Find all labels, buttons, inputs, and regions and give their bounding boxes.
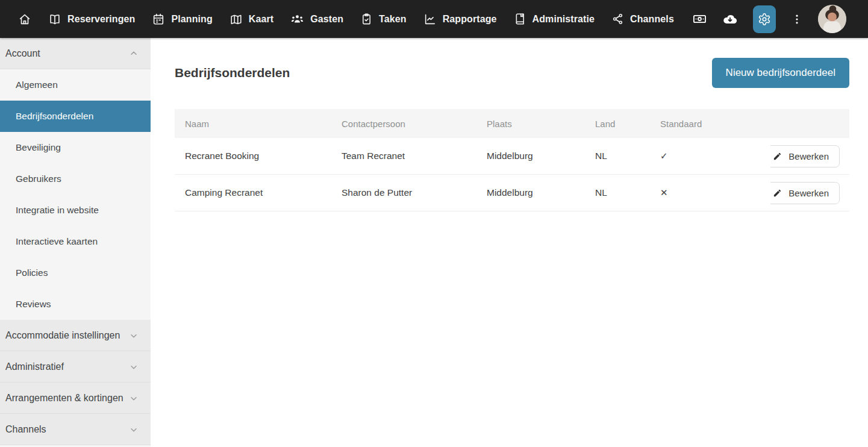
check-icon: ✓ [660,151,668,161]
book-open-icon [48,13,61,26]
nav-planning[interactable]: Planning [152,13,212,26]
cell-actions: Bewerken [770,145,849,167]
new-bedrijfsonderdeel-button[interactable]: Nieuw bedrijfsonderdeel [712,58,849,88]
pencil-icon [773,152,782,161]
cell-naam: Camping Recranet [175,187,331,198]
recranet-app: Reserveringen Planning Kaart Gasten Take… [0,0,868,447]
sidebar-item-policies[interactable]: Policies [0,257,151,289]
nav-gasten[interactable]: Gasten [290,12,343,26]
table-header-row: Naam Contactpersoon Plaats Land Standaar… [175,109,849,138]
column-header-plaats: Plaats [476,119,585,129]
cell-naam: Recranet Booking [175,151,331,161]
cell-land: NL [585,187,650,198]
book-icon [514,13,526,25]
sidebar-item-integratie-in-website[interactable]: Integratie in website [0,195,151,226]
clipboard-check-icon [360,13,373,25]
edit-button[interactable]: Bewerken [770,145,840,167]
nav-kaart[interactable]: Kaart [229,13,273,26]
sidebar-section-accommodatie-instellingen[interactable]: Accommodatie instellingen [0,320,151,351]
payments-button[interactable] [692,11,707,27]
share-nodes-icon [611,13,624,25]
table-row: Recranet Booking Team Recranet Middelbur… [175,138,849,175]
content-area: Account Algemeen Bedrijfsonderdelen Beve… [0,38,868,447]
banknote-icon [692,11,707,27]
nav-label: Administratie [532,14,595,25]
sidebar-item-reviews[interactable]: Reviews [0,289,151,320]
map-icon [229,13,243,26]
avatar[interactable] [818,5,846,33]
nav-channels[interactable]: Channels [611,13,674,25]
edit-button-label: Bewerken [788,188,829,198]
gear-icon [758,13,771,26]
sidebar-section-administratief[interactable]: Administratief [0,351,151,383]
settings-button[interactable] [753,5,776,33]
top-navigation-bar: Reserveringen Planning Kaart Gasten Take… [0,0,868,38]
cloud-download-icon [722,11,738,27]
column-header-standaard: Standaard [650,119,770,129]
section-label: Accommodatie instellingen [5,330,120,341]
primary-nav: Reserveringen Planning Kaart Gasten Take… [18,12,674,26]
cell-contactpersoon: Team Recranet [331,151,476,161]
cell-actions: Bewerken [770,182,849,204]
nav-label: Taken [379,14,407,25]
more-menu-button[interactable] [791,13,803,25]
sidebar-section-account[interactable]: Account [0,38,151,69]
page-header: Bedrijfsonderdelen Nieuw bedrijfsonderde… [175,58,849,88]
nav-rapportage[interactable]: Rapportage [423,13,497,26]
column-header-land: Land [585,119,650,129]
cell-land: NL [585,151,650,161]
chevron-down-icon [129,393,139,403]
section-label: Administratief [5,361,64,372]
house-icon [18,13,31,26]
column-header-contactpersoon: Contactpersoon [331,119,476,129]
pencil-icon [773,189,782,198]
edit-button-label: Bewerken [788,151,829,161]
chart-line-icon [423,13,437,26]
users-icon [290,12,304,26]
sidebar-item-beveiliging[interactable]: Beveiliging [0,132,151,163]
settings-sidebar: Account Algemeen Bedrijfsonderdelen Beve… [0,38,151,447]
avatar-image [818,5,846,33]
chevron-down-icon [129,362,139,372]
nav-taken[interactable]: Taken [360,13,407,25]
main-panel: Bedrijfsonderdelen Nieuw bedrijfsonderde… [151,38,868,447]
nav-label: Planning [171,14,212,25]
bedrijfsonderdelen-table: Naam Contactpersoon Plaats Land Standaar… [175,109,849,211]
sidebar-section-arrangementen-kortingen[interactable]: Arrangementen & kortingen [0,383,151,414]
topbar-actions [692,5,846,33]
section-label: Arrangementen & kortingen [5,393,123,404]
x-icon: ✕ [660,187,668,198]
nav-label: Gasten [310,14,343,25]
sidebar-section-channels[interactable]: Channels [0,414,151,445]
column-header-naam: Naam [175,119,331,129]
nav-label: Channels [630,14,674,25]
cell-contactpersoon: Sharon de Putter [331,187,476,198]
chevron-up-icon [129,49,139,58]
page-title: Bedrijfsonderdelen [175,66,290,80]
chevron-down-icon [129,425,139,434]
calendar-icon [152,13,165,26]
cell-plaats: Middelburg [476,187,585,198]
section-label: Account [5,48,40,59]
sidebar-item-interactieve-kaarten[interactable]: Interactieve kaarten [0,226,151,257]
nav-label: Reserveringen [67,14,135,25]
sidebar-item-gebruikers[interactable]: Gebruikers [0,163,151,195]
section-label: Channels [5,424,46,435]
nav-label: Rapportage [443,14,497,25]
chevron-down-icon [129,331,139,340]
table-row: Camping Recranet Sharon de Putter Middel… [175,175,849,211]
nav-reserveringen[interactable]: Reserveringen [48,13,135,26]
cloud-download-button[interactable] [722,11,738,27]
cell-plaats: Middelburg [476,151,585,161]
nav-label: Kaart [249,14,273,25]
sidebar-item-bedrijfsonderdelen[interactable]: Bedrijfsonderdelen [0,101,151,132]
edit-button[interactable]: Bewerken [770,182,840,204]
sidebar-item-algemeen[interactable]: Algemeen [0,69,151,101]
home-nav-button[interactable] [18,13,31,26]
ellipsis-vertical-icon [791,13,803,25]
nav-administratie[interactable]: Administratie [514,13,595,25]
account-submenu: Algemeen Bedrijfsonderdelen Beveiliging … [0,69,151,320]
